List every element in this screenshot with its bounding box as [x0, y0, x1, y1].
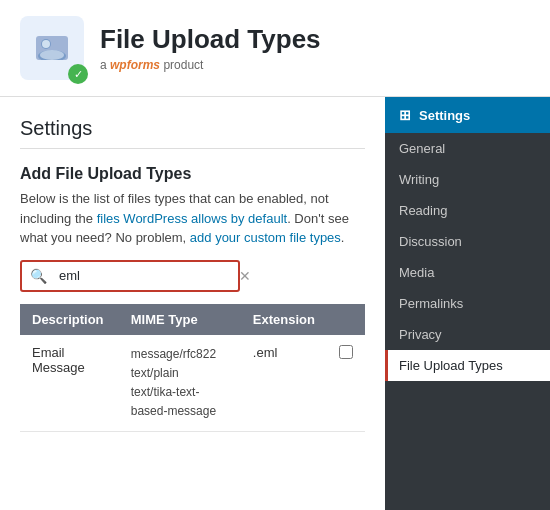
logo-icon	[32, 28, 72, 68]
sidebar-header: ⊞ Settings	[385, 97, 550, 133]
subtitle-suffix: product	[163, 58, 203, 72]
svg-point-4	[42, 40, 50, 48]
cell-mime-type: message/rfc822text/plaintext/tika-text-b…	[119, 335, 241, 432]
subtitle-text: a	[100, 58, 107, 72]
plugin-subtitle: a wpforms product	[100, 58, 321, 72]
default-files-link[interactable]: files WordPress allows by default	[97, 211, 288, 226]
plugin-logo: ✓	[20, 16, 84, 80]
sidebar-item-file-upload-types[interactable]: File Upload Types	[385, 350, 550, 381]
col-description: Description	[20, 304, 119, 335]
sidebar-item-privacy[interactable]: Privacy	[385, 319, 550, 350]
custom-types-link[interactable]: add your custom file types	[190, 230, 341, 245]
search-input[interactable]	[55, 263, 231, 288]
table-header-row: Description MIME Type Extension	[20, 304, 365, 335]
settings-page-title: Settings	[20, 117, 365, 149]
logo-checkmark: ✓	[68, 64, 88, 84]
search-icon: 🔍	[22, 262, 55, 290]
sidebar-item-reading[interactable]: Reading	[385, 195, 550, 226]
cell-checkbox[interactable]	[327, 335, 365, 432]
main-content-area: Settings Add File Upload Types Below is …	[0, 97, 385, 510]
col-checkbox-header	[327, 304, 365, 335]
brand-name: wpforms	[110, 58, 160, 72]
sidebar-header-label: Settings	[419, 108, 470, 123]
search-container: 🔍 ✕	[20, 260, 240, 292]
enable-checkbox[interactable]	[339, 345, 353, 359]
cell-extension: .eml	[241, 335, 327, 432]
desc-text-3: .	[341, 230, 345, 245]
page-header: ✓ File Upload Types a wpforms product	[0, 0, 550, 97]
sidebar-item-permalinks[interactable]: Permalinks	[385, 288, 550, 319]
main-layout: Settings Add File Upload Types Below is …	[0, 97, 550, 510]
clear-search-icon[interactable]: ✕	[231, 262, 259, 290]
file-types-table: Description MIME Type Extension Email Me…	[20, 304, 365, 433]
header-title-area: File Upload Types a wpforms product	[100, 24, 321, 71]
sidebar-item-general[interactable]: General	[385, 133, 550, 164]
sidebar: ⊞ Settings General Writing Reading Discu…	[385, 97, 550, 510]
sidebar-item-discussion[interactable]: Discussion	[385, 226, 550, 257]
sidebar-item-media[interactable]: Media	[385, 257, 550, 288]
plugin-title: File Upload Types	[100, 24, 321, 55]
sidebar-item-writing[interactable]: Writing	[385, 164, 550, 195]
section-description: Below is the list of files types that ca…	[20, 189, 365, 248]
settings-icon: ⊞	[399, 107, 411, 123]
col-extension: Extension	[241, 304, 327, 335]
svg-point-5	[40, 50, 64, 60]
cell-description: Email Message	[20, 335, 119, 432]
section-heading: Add File Upload Types	[20, 165, 365, 183]
table-row: Email Message message/rfc822text/plainte…	[20, 335, 365, 432]
col-mime-type: MIME Type	[119, 304, 241, 335]
